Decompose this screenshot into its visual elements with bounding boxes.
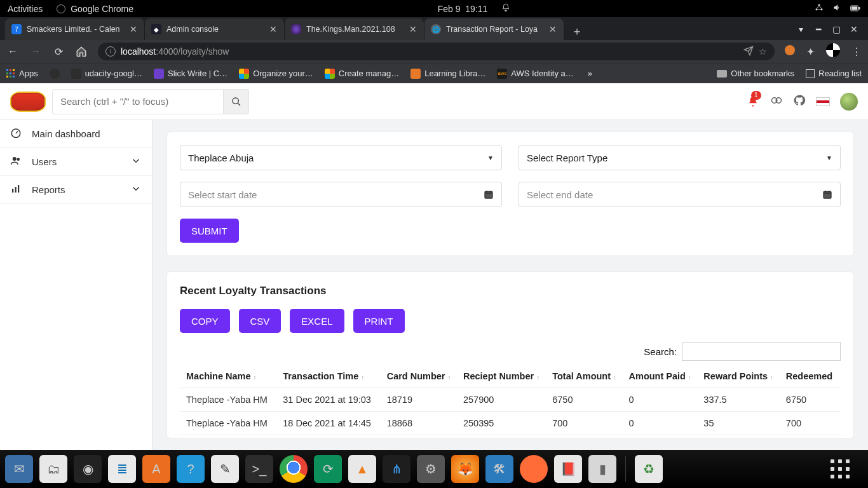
- extensions-icon[interactable]: ✦: [806, 46, 815, 58]
- profile-icon[interactable]: [826, 43, 840, 60]
- bookmarks-overflow[interactable]: »: [588, 69, 592, 78]
- volume-icon[interactable]: [832, 3, 841, 14]
- close-icon[interactable]: ✕: [409, 25, 417, 34]
- maximize-icon[interactable]: ▢: [831, 24, 841, 34]
- bookmark-item[interactable]: Organize your…: [239, 69, 313, 79]
- submit-button[interactable]: SUBMIT: [180, 219, 239, 243]
- sidebar-item-dashboard[interactable]: Main dashboard: [0, 120, 152, 148]
- bell-outline-icon[interactable]: [501, 3, 510, 14]
- tab-1[interactable]: ◆ Admin console ✕: [145, 18, 285, 40]
- table-row[interactable]: Theplace -Yaba HM 18 Dec 2021 at 14:45 1…: [180, 412, 841, 435]
- copy-button[interactable]: COPY: [180, 309, 230, 333]
- dock-help[interactable]: ?: [177, 455, 205, 483]
- dock-trash[interactable]: ♻: [635, 455, 663, 483]
- extension-icon[interactable]: [785, 45, 795, 58]
- other-bookmarks[interactable]: Other bookmarks: [717, 69, 794, 78]
- github-icon[interactable]: [793, 94, 806, 109]
- dock-vlc[interactable]: ▲: [348, 455, 376, 483]
- dock-app[interactable]: 📕: [554, 455, 582, 483]
- sidebar-item-label: Reports: [32, 184, 65, 195]
- back-button[interactable]: ←: [6, 45, 19, 58]
- svg-rect-13: [15, 187, 17, 193]
- dock-files[interactable]: 🗂: [39, 455, 67, 483]
- dock-app[interactable]: ▮: [588, 455, 616, 483]
- sidebar-item-reports[interactable]: Reports: [0, 176, 152, 204]
- csv-button[interactable]: CSV: [239, 309, 281, 333]
- site-info-icon[interactable]: i: [105, 46, 116, 57]
- excel-button[interactable]: EXCEL: [290, 309, 344, 333]
- flag-icon[interactable]: [816, 97, 830, 106]
- dock-software[interactable]: A: [142, 455, 170, 483]
- close-icon[interactable]: ✕: [548, 25, 557, 34]
- focused-app[interactable]: Google Chrome: [57, 4, 133, 14]
- reading-list[interactable]: Reading list: [806, 69, 862, 78]
- dock-chrome[interactable]: [280, 455, 308, 483]
- close-icon[interactable]: ✕: [129, 25, 138, 34]
- send-icon[interactable]: [743, 46, 754, 58]
- end-date-input[interactable]: Select end date: [519, 182, 841, 207]
- bookmark-apps[interactable]: Apps: [6, 69, 38, 78]
- tab-3[interactable]: 🌐 Transaction Report - Loya ✕: [424, 18, 564, 40]
- print-button[interactable]: PRINT: [353, 309, 405, 333]
- bookmark-item[interactable]: awsAWS Identity a…: [497, 69, 574, 79]
- show-applications-button[interactable]: [827, 456, 853, 482]
- dock-rhythmbox[interactable]: ◉: [74, 455, 102, 483]
- user-avatar[interactable]: [840, 93, 858, 111]
- sidebar-item-users[interactable]: Users: [0, 148, 152, 176]
- dock-postman[interactable]: [520, 455, 548, 483]
- address-bar[interactable]: i localhost:4000/loyalty/show ☆: [98, 43, 775, 60]
- dock-libreoffice[interactable]: ≣: [108, 455, 136, 483]
- minimize-icon[interactable]: ━: [813, 24, 824, 34]
- bookmark-item[interactable]: Create manag…: [325, 69, 399, 79]
- column-header[interactable]: Transaction Time↑↓: [276, 365, 380, 388]
- dock-app[interactable]: ⟳: [314, 455, 342, 483]
- home-button[interactable]: [75, 45, 88, 58]
- close-window-icon[interactable]: ✕: [849, 24, 859, 34]
- dock-app[interactable]: ✉: [5, 455, 33, 483]
- column-header[interactable]: Reward Points↑↓: [697, 365, 779, 388]
- dock-app[interactable]: 🛠: [485, 455, 513, 483]
- report-type-select[interactable]: Select Report Type ▼: [519, 145, 841, 170]
- forward-button[interactable]: →: [29, 45, 42, 58]
- notif-badge: 1: [751, 91, 761, 100]
- column-header[interactable]: Total Amount↑↓: [546, 365, 622, 388]
- column-header[interactable]: Amount Paid↑↓: [623, 365, 698, 388]
- network-icon[interactable]: [815, 3, 824, 14]
- table-search-input[interactable]: [682, 342, 841, 361]
- chevron-down-icon[interactable]: ▾: [796, 24, 806, 34]
- column-header[interactable]: Reciept Number↑↓: [457, 365, 546, 388]
- clock-date[interactable]: Feb 9 19:11: [438, 4, 488, 14]
- search-input[interactable]: [52, 89, 224, 114]
- sidebar-item-label: Main dashboard: [32, 128, 100, 139]
- start-date-input[interactable]: Select start date: [180, 182, 502, 207]
- column-header[interactable]: Machine Name↑↓: [180, 365, 276, 388]
- notifications-button[interactable]: 1: [746, 95, 760, 109]
- table-row[interactable]: Theplace -Yaba HM 31 Dec 2021 at 19:03 1…: [180, 388, 841, 412]
- dock-texteditor[interactable]: ✎: [211, 455, 239, 483]
- new-tab-button[interactable]: ＋: [568, 22, 586, 40]
- dock-firefox[interactable]: 🦊: [451, 455, 479, 483]
- cell-total: 700: [546, 412, 622, 435]
- star-icon[interactable]: ☆: [759, 46, 767, 57]
- brand-logo[interactable]: [10, 92, 46, 112]
- bookmark-item[interactable]: Slick Write | C…: [154, 69, 227, 79]
- column-header[interactable]: Redeemed: [780, 365, 841, 388]
- tab-2[interactable]: The.Kings.Man.2021.108 ✕: [285, 18, 424, 40]
- location-select[interactable]: Theplace Abuja ▼: [180, 145, 502, 170]
- bookmark-item[interactable]: [50, 69, 60, 79]
- dock-settings[interactable]: ⚙: [417, 455, 445, 483]
- kebab-menu-icon[interactable]: ⋮: [851, 46, 862, 58]
- dock-vscode[interactable]: ⋔: [383, 455, 410, 483]
- bookmark-item[interactable]: udacity-googl…: [71, 69, 142, 79]
- bookmark-item[interactable]: Learning Libra…: [410, 69, 485, 79]
- column-header[interactable]: Card Number↑↓: [381, 365, 457, 388]
- tab-0[interactable]: 7 Smackers Limited. - Calen ✕: [5, 18, 145, 40]
- search-button[interactable]: [224, 89, 249, 114]
- activities-button[interactable]: Activities: [8, 4, 43, 14]
- reload-button[interactable]: ⟳: [52, 45, 65, 58]
- close-icon[interactable]: ✕: [269, 25, 278, 34]
- url-path: :4000/loyalty/show: [156, 46, 229, 57]
- theme-toggle-icon[interactable]: [770, 94, 783, 109]
- battery-icon[interactable]: [850, 4, 860, 14]
- dock-terminal[interactable]: >_: [245, 455, 273, 483]
